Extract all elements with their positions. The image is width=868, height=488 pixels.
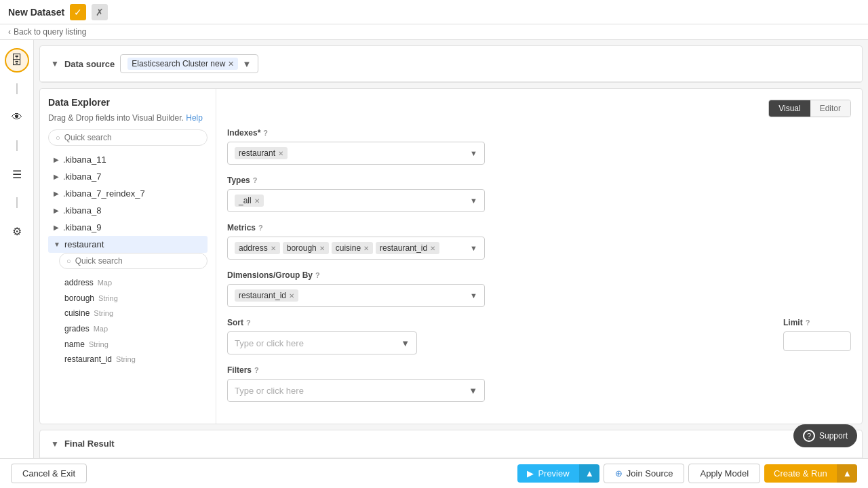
datasource-tag-close[interactable]: ✕ xyxy=(228,60,234,68)
metric-tag-restaurant-id: restaurant_id ✕ xyxy=(376,242,439,254)
data-explorer-section: Data Explorer Drag & Drop fields into Vi… xyxy=(39,88,863,424)
connector-1 xyxy=(16,83,18,94)
content-area: ▼ Data source Elasticsearch Cluster new … xyxy=(34,40,868,486)
quick-search-input-2[interactable] xyxy=(75,256,200,266)
tree-item-kibana7[interactable]: ▶ .kibana_7 xyxy=(48,168,208,185)
preview-play-icon: ▶ xyxy=(527,468,534,479)
metric-tag-address: address ✕ xyxy=(235,242,280,254)
bottom-bar: Cancel & Exit ▶ Preview ▲ ⊕ Join Source … xyxy=(0,458,868,488)
metric-tag-borough-close[interactable]: ✕ xyxy=(319,245,325,252)
join-source-button[interactable]: ⊕ Join Source xyxy=(604,464,685,483)
dimensions-select[interactable]: restaurant_id ✕ ▼ xyxy=(227,284,485,307)
dimensions-label: Dimensions/Group By ? xyxy=(227,270,851,280)
search-icon-1: ○ xyxy=(56,134,60,142)
type-tag-all-close[interactable]: ✕ xyxy=(254,197,260,205)
cancel-button[interactable]: ✗ xyxy=(92,4,108,20)
visual-view-btn[interactable]: Visual xyxy=(769,100,810,117)
search-icon-2: ○ xyxy=(66,257,71,265)
types-group: Types ? _all ✕ ▼ xyxy=(227,176,851,212)
quick-search-2[interactable]: ○ xyxy=(59,253,208,269)
preview-button[interactable]: ▶ Preview xyxy=(517,464,578,483)
editor-view-btn[interactable]: Editor xyxy=(810,100,850,117)
field-borough[interactable]: borough String xyxy=(59,291,208,306)
final-result-collapse-btn[interactable]: ▼ xyxy=(51,439,59,449)
field-cuisine[interactable]: cuisine String xyxy=(59,306,208,321)
field-name[interactable]: name String xyxy=(59,337,208,352)
datasource-section: ▼ Data source Elasticsearch Cluster new … xyxy=(39,45,863,83)
final-result-header: ▼ Final Result xyxy=(40,430,862,458)
help-link[interactable]: Help xyxy=(186,113,203,123)
indexes-arrow: ▼ xyxy=(470,149,477,157)
metrics-select[interactable]: address ✕ borough ✕ cuisine ✕ xyxy=(227,237,485,260)
datasource-header: ▼ Data source Elasticsearch Cluster new … xyxy=(40,46,862,82)
metrics-arrow: ▼ xyxy=(470,244,477,252)
tree-item-kibana8[interactable]: ▶ .kibana_8 xyxy=(48,202,208,219)
quick-search-1[interactable]: ○ xyxy=(48,129,208,146)
limit-help-icon[interactable]: ? xyxy=(806,319,810,327)
confirm-button[interactable]: ✓ xyxy=(70,4,86,20)
sidebar-icon-list[interactable]: ☰ xyxy=(5,162,29,186)
filters-group: Filters ? Type or click here ▼ xyxy=(227,365,851,402)
tree-item-kibana7reindex[interactable]: ▶ .kibana_7_reindex_7 xyxy=(48,185,208,202)
metrics-help-icon[interactable]: ? xyxy=(258,224,263,232)
connector-2 xyxy=(16,140,18,151)
types-help-icon[interactable]: ? xyxy=(253,176,258,184)
list-icon: ☰ xyxy=(12,168,22,181)
back-link[interactable]: ‹ Back to query listing xyxy=(0,24,868,40)
filters-help-icon[interactable]: ? xyxy=(254,366,259,374)
type-tag-all: _all ✕ xyxy=(235,195,264,207)
indexes-label: Indexes* ? xyxy=(227,128,851,138)
metric-tag-cuisine-close[interactable]: ✕ xyxy=(363,245,369,252)
sort-placeholder: Type or click here xyxy=(235,338,304,348)
metric-tag-restaurant-id-close[interactable]: ✕ xyxy=(430,245,435,252)
view-toggle-container: Visual Editor xyxy=(227,100,851,117)
sort-label: Sort ? xyxy=(227,318,775,327)
dimensions-arrow: ▼ xyxy=(470,291,477,300)
create-run-caret-button[interactable]: ▲ xyxy=(837,464,857,483)
sort-help-icon[interactable]: ? xyxy=(246,319,251,327)
top-bar: New Dataset ✓ ✗ xyxy=(0,0,868,24)
support-button[interactable]: ? Support xyxy=(793,424,857,447)
fields-list: address Map + borough String cuisine Str… xyxy=(48,274,208,367)
sort-limit-row: Sort ? Type or click here ▼ Limit xyxy=(227,318,851,354)
indexes-help-icon[interactable]: ? xyxy=(263,129,268,137)
sidebar-icon-eye[interactable]: 👁 xyxy=(5,105,29,129)
metric-tag-cuisine: cuisine ✕ xyxy=(332,242,373,254)
drag-hint: Drag & Drop fields into Visual Builder. … xyxy=(48,113,208,123)
limit-input[interactable]: 10000 xyxy=(783,331,851,351)
dimension-tag-restaurant-id-close[interactable]: ✕ xyxy=(289,292,294,300)
sidebar-icon-database[interactable]: 🗄 xyxy=(5,48,29,73)
metric-tag-address-close[interactable]: ✕ xyxy=(271,245,276,252)
preview-caret-button[interactable]: ▲ xyxy=(579,464,599,483)
preview-group: ▶ Preview ▲ xyxy=(517,464,599,483)
tree-item-restaurant[interactable]: ▼ restaurant xyxy=(48,236,208,253)
dimensions-group: Dimensions/Group By ? restaurant_id ✕ ▼ xyxy=(227,270,851,307)
field-grades[interactable]: grades Map + xyxy=(59,321,208,337)
cancel-exit-button[interactable]: Cancel & Exit xyxy=(11,464,87,483)
indexes-select[interactable]: restaurant ✕ ▼ xyxy=(227,142,485,165)
index-tag-restaurant: restaurant ✕ xyxy=(235,147,288,159)
filters-label: Filters ? xyxy=(227,365,851,375)
metrics-group: Metrics ? address ✕ borough ✕ xyxy=(227,223,851,260)
dimensions-help-icon[interactable]: ? xyxy=(315,271,320,279)
preview-caret-icon: ▲ xyxy=(585,468,594,479)
datasource-collapse-btn[interactable]: ▼ xyxy=(51,59,59,68)
datasource-select[interactable]: Elasticsearch Cluster new ✕ ▼ xyxy=(120,54,258,73)
types-select[interactable]: _all ✕ ▼ xyxy=(227,189,485,212)
field-address[interactable]: address Map + xyxy=(59,274,208,291)
bottom-right: ▶ Preview ▲ ⊕ Join Source Apply Model Cr… xyxy=(517,464,857,483)
create-run-button[interactable]: Create & Run xyxy=(764,464,837,483)
apply-model-button[interactable]: Apply Model xyxy=(688,464,760,483)
filters-select[interactable]: Type or click here ▼ xyxy=(227,379,485,402)
index-tag-restaurant-close[interactable]: ✕ xyxy=(278,150,283,157)
field-restaurant-id[interactable]: restaurant_id String xyxy=(59,352,208,367)
sort-select[interactable]: Type or click here ▼ xyxy=(227,331,417,354)
app-title: New Dataset xyxy=(8,7,64,18)
metrics-label: Metrics ? xyxy=(227,223,851,232)
sidebar-icon-gear[interactable]: ⚙ xyxy=(5,219,29,243)
data-explorer-title: Data Explorer xyxy=(48,97,208,108)
tree-item-kibana11[interactable]: ▶ .kibana_11 xyxy=(48,151,208,168)
quick-search-input-1[interactable] xyxy=(64,133,200,142)
tree-item-kibana9[interactable]: ▶ .kibana_9 xyxy=(48,219,208,236)
datasource-dropdown-arrow[interactable]: ▼ xyxy=(242,59,251,69)
